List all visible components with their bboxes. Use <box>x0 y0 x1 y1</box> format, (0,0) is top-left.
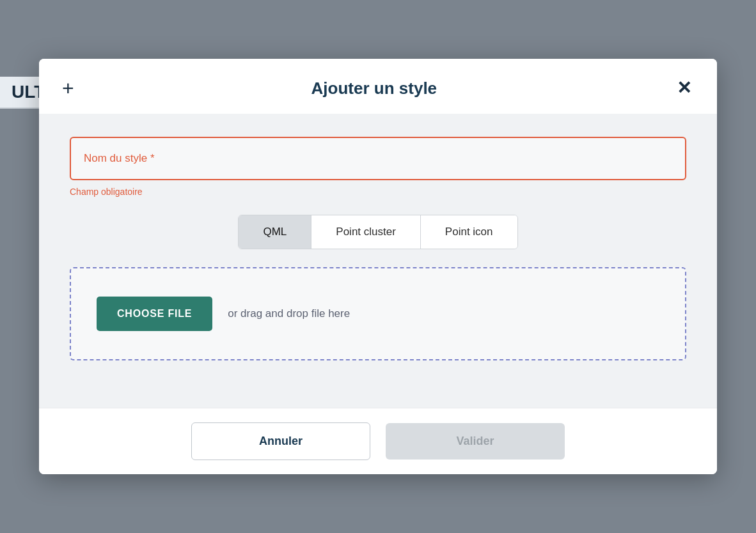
tabs-row: QML Point cluster Point icon <box>70 215 686 249</box>
modal-footer: Annuler Valider <box>39 408 717 474</box>
drag-drop-label: or drag and drop file here <box>228 307 350 320</box>
style-name-input[interactable] <box>70 137 686 180</box>
modal-body: Champ obligatoire QML Point cluster Poin… <box>39 114 717 408</box>
tab-group: QML Point cluster Point icon <box>238 215 517 249</box>
tab-point-cluster[interactable]: Point cluster <box>311 215 421 249</box>
tab-qml[interactable]: QML <box>239 215 311 249</box>
modal-title: Ajouter un style <box>74 79 674 98</box>
confirm-button: Valider <box>386 423 565 460</box>
modal-header: + Ajouter un style ✕ <box>39 59 717 114</box>
choose-file-button[interactable]: CHOOSE FILE <box>97 297 212 331</box>
close-button[interactable]: ✕ <box>674 77 694 100</box>
cancel-button[interactable]: Annuler <box>191 422 370 460</box>
plus-icon: + <box>62 78 74 98</box>
required-label: Champ obligatoire <box>70 187 686 197</box>
backdrop: ULT + Ajouter un style ✕ Champ obligatoi… <box>0 0 756 533</box>
dropzone: CHOOSE FILE or drag and drop file here <box>70 267 686 360</box>
tab-point-icon[interactable]: Point icon <box>421 215 517 249</box>
modal-dialog: + Ajouter un style ✕ Champ obligatoire Q… <box>39 59 717 474</box>
